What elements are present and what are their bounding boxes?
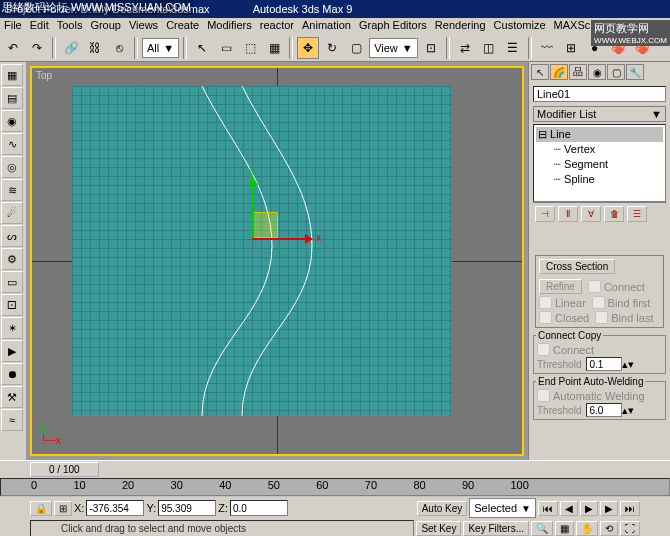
create-tab-icon[interactable]: ↖	[531, 64, 549, 80]
move-button[interactable]: ✥	[297, 37, 319, 59]
time-slider[interactable]: 0 / 100	[0, 460, 670, 478]
zoom-all-icon[interactable]: ▦	[555, 521, 574, 536]
modifier-stack[interactable]: ⊟ Line ┈ Vertex ┈ Segment ┈ Spline	[533, 124, 666, 202]
create-anim-icon[interactable]: ⏺	[1, 363, 23, 385]
gizmo-y-axis[interactable]	[252, 178, 254, 238]
softbody-icon[interactable]: ◉	[1, 110, 23, 132]
goto-start-icon[interactable]: ⏮	[538, 501, 558, 516]
mesh-icon[interactable]: ◎	[1, 156, 23, 178]
hierarchy-tab-icon[interactable]: 品	[569, 64, 587, 80]
remove-mod-icon[interactable]: 🗑	[604, 206, 624, 222]
linear-checkbox[interactable]: Linear	[538, 295, 587, 310]
rigid-body-icon[interactable]: ▦	[1, 64, 23, 86]
viewport-top[interactable]: Top x y y └─x	[30, 66, 524, 456]
menu-grapheditors[interactable]: Graph Editors	[359, 19, 427, 33]
object-name-field[interactable]	[533, 86, 666, 102]
z-coord-input[interactable]	[230, 500, 288, 516]
scale-button[interactable]: ▢	[345, 37, 367, 59]
select-name-button[interactable]: ▭	[215, 37, 237, 59]
autoweld-checkbox[interactable]: Automatic Welding	[536, 388, 663, 403]
menu-modifiers[interactable]: Modifiers	[207, 19, 252, 33]
gizmo-xy-plane[interactable]	[252, 212, 278, 238]
unique-icon[interactable]: ∀	[581, 206, 601, 222]
track-bar[interactable]: 0102030405060708090100	[0, 478, 670, 496]
bindfirst-checkbox[interactable]: Bind first	[591, 295, 652, 310]
refcoord-dropdown[interactable]: View▼	[369, 38, 418, 58]
y-coord-input[interactable]	[158, 500, 216, 516]
mirror-button[interactable]: ⇄	[454, 37, 476, 59]
modify-tab-icon[interactable]: 🌈	[550, 64, 568, 80]
setkey-button[interactable]: Set Key	[416, 521, 461, 536]
center-button[interactable]: ⊡	[420, 37, 442, 59]
stack-item-segment[interactable]: ┈ Segment	[536, 157, 663, 172]
abs-transform-icon[interactable]: ⊞	[54, 501, 72, 516]
wind-icon[interactable]: ☄	[1, 202, 23, 224]
select-button[interactable]: ↖	[191, 37, 213, 59]
fracture-icon[interactable]: ✶	[1, 317, 23, 339]
arc-rotate-icon[interactable]: ⟲	[600, 521, 618, 536]
zoom-icon[interactable]: 🔍	[531, 521, 553, 536]
modifier-list-dropdown[interactable]: Modifier List▼	[533, 106, 666, 122]
autokey-button[interactable]: Auto Key	[417, 501, 468, 516]
pan-icon[interactable]: ✋	[576, 521, 598, 536]
menu-rendering[interactable]: Rendering	[435, 19, 486, 33]
curve-editor-button[interactable]: 〰	[536, 37, 558, 59]
stack-item-spline[interactable]: ┈ Spline	[536, 172, 663, 187]
plane-icon[interactable]: ▭	[1, 271, 23, 293]
menu-customize[interactable]: Customize	[494, 19, 546, 33]
goto-end-icon[interactable]: ⏭	[620, 501, 640, 516]
select-window-button[interactable]: ▦	[263, 37, 285, 59]
connect-checkbox[interactable]: Connect	[587, 278, 646, 295]
menu-tools[interactable]: Tools	[57, 19, 83, 33]
keyfilters-button[interactable]: Key Filters...	[463, 521, 529, 536]
align-button[interactable]: ◫	[478, 37, 500, 59]
closed-checkbox[interactable]: Closed	[538, 310, 590, 325]
display-tab-icon[interactable]: ▢	[607, 64, 625, 80]
rope-icon[interactable]: ∿	[1, 133, 23, 155]
maximize-viewport-icon[interactable]: ⛶	[620, 521, 640, 536]
gizmo-x-axis[interactable]	[252, 238, 312, 240]
menu-file[interactable]: File	[4, 19, 22, 33]
toy-icon[interactable]: ⚀	[1, 294, 23, 316]
motor-icon[interactable]: ⚙	[1, 248, 23, 270]
unlink-button[interactable]: ⛓	[84, 37, 106, 59]
stack-item-line[interactable]: ⊟ Line	[536, 127, 663, 142]
menu-create[interactable]: Create	[166, 19, 199, 33]
analyze-icon[interactable]: ≈	[1, 409, 23, 431]
lock-selection-icon[interactable]: 🔒	[30, 501, 52, 516]
x-coord-input[interactable]	[86, 500, 144, 516]
prev-frame-icon[interactable]: ◀	[560, 501, 578, 516]
rotate-button[interactable]: ↻	[321, 37, 343, 59]
preview-icon[interactable]: ▶	[1, 340, 23, 362]
menu-reactor[interactable]: reactor	[260, 19, 294, 33]
menu-views[interactable]: Views	[129, 19, 158, 33]
threshold2-spinner[interactable]: ▴▾	[586, 403, 634, 417]
water-icon[interactable]: ≋	[1, 179, 23, 201]
bind-button[interactable]: ⎋	[108, 37, 130, 59]
refine-button[interactable]: Refine	[539, 279, 582, 294]
motion-tab-icon[interactable]: ◉	[588, 64, 606, 80]
select-rect-button[interactable]: ⬚	[239, 37, 261, 59]
layers-button[interactable]: ☰	[502, 37, 524, 59]
util-icon[interactable]: ⚒	[1, 386, 23, 408]
menu-group[interactable]: Group	[90, 19, 121, 33]
threshold-spinner[interactable]: ▴▾	[586, 357, 634, 371]
redo-button[interactable]: ↷	[26, 37, 48, 59]
configure-icon[interactable]: ☰	[627, 206, 647, 222]
selection-filter-dropdown[interactable]: All▼	[142, 38, 179, 58]
spring-icon[interactable]: ᔕ	[1, 225, 23, 247]
utilities-tab-icon[interactable]: 🔧	[626, 64, 644, 80]
bindlast-checkbox[interactable]: Bind last	[594, 310, 654, 325]
show-result-icon[interactable]: Ⅱ	[558, 206, 578, 222]
keymode-dropdown[interactable]: Selected ▼	[469, 498, 536, 518]
time-slider-thumb[interactable]: 0 / 100	[30, 462, 99, 477]
play-icon[interactable]: ▶	[580, 501, 598, 516]
cloth-icon[interactable]: ▤	[1, 87, 23, 109]
link-button[interactable]: 🔗	[60, 37, 82, 59]
connect2-checkbox[interactable]: Connect	[536, 342, 663, 357]
menu-edit[interactable]: Edit	[30, 19, 49, 33]
menu-animation[interactable]: Animation	[302, 19, 351, 33]
undo-button[interactable]: ↶	[2, 37, 24, 59]
pin-stack-icon[interactable]: ⊣	[535, 206, 555, 222]
cross-section-button[interactable]: Cross Section	[539, 259, 615, 274]
